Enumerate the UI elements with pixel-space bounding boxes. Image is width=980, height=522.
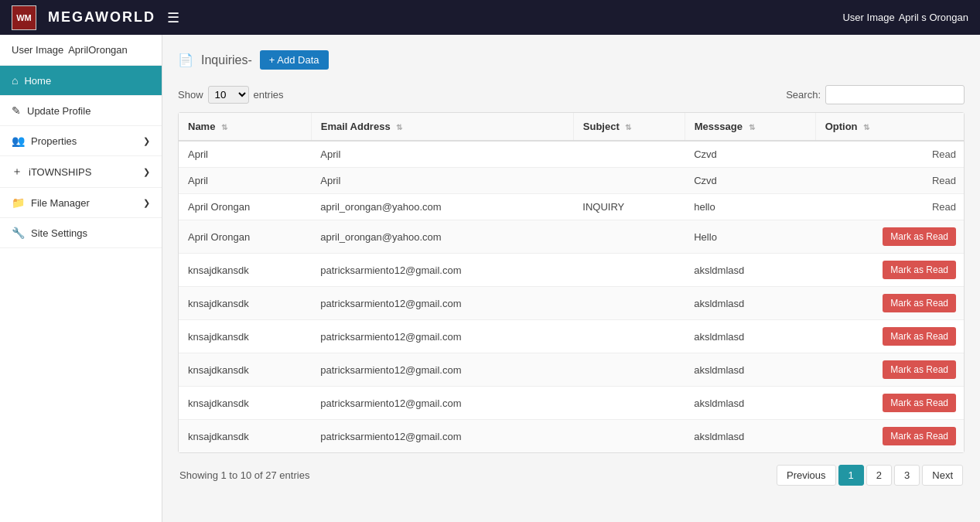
cell-name: April Orongan [179,194,311,220]
mark-as-read-button[interactable]: Mark as Read [883,327,956,346]
pencil-icon: ✎ [12,104,21,117]
navbar-left: WM MEGAWORLD ☰ [12,5,179,30]
mark-as-read-button[interactable]: Mark as Read [883,261,956,279]
cell-email: april_orongan@yahoo.com [311,220,573,254]
cell-name: knsajdkansdk [179,320,311,353]
cell-message: aksldmlasd [685,287,815,320]
cell-option[interactable]: Mark as Read [815,420,964,453]
previous-button[interactable]: Previous [777,465,836,486]
cell-option[interactable]: Mark as Read [815,220,964,254]
home-icon: ⌂ [12,74,18,87]
table-row: April Oronganapril_orongan@yahoo.comINQU… [179,194,964,220]
mark-as-read-button[interactable]: Mark as Read [883,360,956,379]
table-row: April Oronganapril_orongan@yahoo.comHell… [179,220,964,254]
sidebar-item-update-profile[interactable]: ✎ Update Profile [0,96,162,126]
search-label: Search: [786,89,821,101]
sidebar-link-itownships[interactable]: ＋ iTOWNSHIPS ❯ [0,156,162,187]
table-row: AprilAprilCzvdRead [179,141,964,168]
cell-subject [573,420,685,453]
cell-name: knsajdkansdk [179,420,311,453]
cell-option: Read [815,194,964,220]
mark-as-read-button[interactable]: Mark as Read [883,427,956,445]
cell-email: April [311,141,573,168]
sidebar-item-home[interactable]: ⌂ Home [0,66,162,96]
search-input[interactable] [825,85,965,104]
add-data-button[interactable]: + Add Data [260,50,329,70]
wrench-icon: 🔧 [12,227,25,239]
table-header: Name ⇅ Email Address ⇅ Subject ⇅ Messs [179,113,964,141]
cell-option[interactable]: Mark as Read [815,387,964,420]
cell-name: knsajdkansdk [179,353,311,387]
sidebar-nav: ⌂ Home ✎ Update Profile 👥 Properties ❯ [0,66,162,248]
navbar-user-name: April s Orongan [899,12,968,23]
table-row: knsajdkansdkpatricksarmiento12@gmail.com… [179,387,964,420]
cell-message: hello [685,194,815,220]
entries-select[interactable]: 10 25 50 100 [208,86,249,104]
sidebar-user-name: AprilOrongan [68,44,128,56]
sidebar-label-site-settings: Site Settings [31,227,87,239]
cell-option[interactable]: Mark as Read [815,320,964,353]
sidebar-link-home[interactable]: ⌂ Home [0,66,162,95]
properties-icon: 👥 [12,135,25,147]
cell-subject [573,353,685,387]
sidebar-link-file-manager[interactable]: 📁 File Manager ❯ [0,188,162,217]
status-read-label: Read [932,201,956,213]
mark-as-read-button[interactable]: Mark as Read [883,227,956,246]
sidebar-user: User Image AprilOrongan [0,35,162,66]
cell-email: patricksarmiento12@gmail.com [311,254,573,287]
sidebar-label-file-manager: File Manager [31,197,90,209]
showing-text: Showing 1 to 10 of 27 entries [179,469,309,481]
brand-name: MEGAWORLD [48,9,155,26]
sort-message-icon[interactable]: ⇅ [749,123,755,131]
cell-option[interactable]: Mark as Read [815,254,964,287]
cell-email: patricksarmiento12@gmail.com [311,353,573,387]
sidebar-item-properties[interactable]: 👥 Properties ❯ [0,126,162,156]
mark-as-read-button[interactable]: Mark as Read [883,394,956,412]
mark-as-read-button[interactable]: Mark as Read [883,294,956,312]
cell-message: aksldmlasd [685,353,815,387]
file-icon: 📄 [178,53,193,67]
sidebar: User Image AprilOrongan ⌂ Home ✎ Update … [0,35,162,522]
cell-name: knsajdkansdk [179,287,311,320]
sort-option-icon[interactable]: ⇅ [863,123,869,131]
pagination-area: Showing 1 to 10 of 27 entries Previous 1… [178,465,965,486]
cell-name: knsajdkansdk [179,254,311,287]
cell-message: aksldmlasd [685,387,815,420]
chevron-file-manager-icon: ❯ [143,198,150,208]
entries-label: entries [254,89,284,101]
sidebar-link-properties[interactable]: 👥 Properties ❯ [0,126,162,155]
cell-name: April [179,141,311,168]
cell-option[interactable]: Mark as Read [815,353,964,387]
cell-option[interactable]: Mark as Read [815,287,964,320]
cell-subject [573,320,685,353]
sidebar-item-itownships[interactable]: ＋ iTOWNSHIPS ❯ [0,156,162,188]
page-1-button[interactable]: 1 [838,465,864,486]
cell-message: aksldmlasd [685,420,815,453]
show-label: Show [178,89,203,101]
col-email: Email Address ⇅ [311,113,573,141]
sidebar-link-site-settings[interactable]: 🔧 Site Settings [0,218,162,247]
table-row: knsajdkansdkpatricksarmiento12@gmail.com… [179,254,964,287]
sidebar-item-site-settings[interactable]: 🔧 Site Settings [0,218,162,248]
table-wrapper: Name ⇅ Email Address ⇅ Subject ⇅ Messs [178,112,965,453]
page-2-button[interactable]: 2 [866,465,892,486]
page-3-button[interactable]: 3 [894,465,920,486]
status-read-label: Read [932,175,956,186]
inquiries-table: Name ⇅ Email Address ⇅ Subject ⇅ Messs [179,113,964,452]
sort-email-icon[interactable]: ⇅ [396,123,402,131]
cell-email: patricksarmiento12@gmail.com [311,287,573,320]
sidebar-label-home: Home [24,75,51,87]
hamburger-icon[interactable]: ☰ [167,9,179,26]
cell-name: knsajdkansdk [179,387,311,420]
sort-subject-icon[interactable]: ⇅ [625,123,631,131]
sort-name-icon[interactable]: ⇅ [221,123,227,131]
sidebar-label-itownships: iTOWNSHIPS [29,166,91,178]
sidebar-link-update-profile[interactable]: ✎ Update Profile [0,96,162,125]
next-button[interactable]: Next [922,465,963,486]
sidebar-user-image-label: User Image [12,44,63,56]
cell-message: aksldmlasd [685,254,815,287]
cell-email: patricksarmiento12@gmail.com [311,320,573,353]
page-title: Inquiries- [201,53,252,67]
cell-name: April [179,168,311,194]
sidebar-item-file-manager[interactable]: 📁 File Manager ❯ [0,188,162,218]
